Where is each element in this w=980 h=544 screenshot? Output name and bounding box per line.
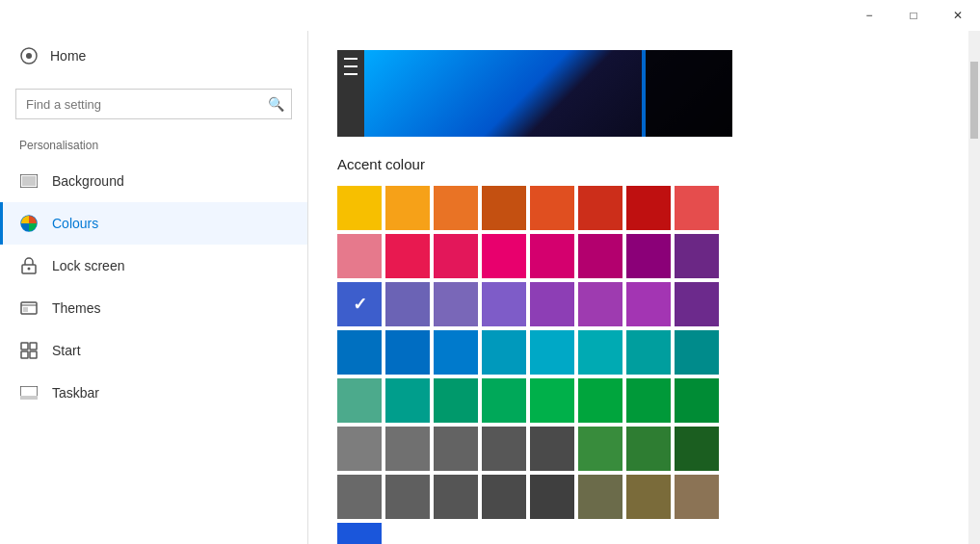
taskbar-line-1 bbox=[344, 58, 358, 60]
colour-swatch-4-4[interactable] bbox=[530, 378, 574, 423]
colour-swatch-5-4[interactable] bbox=[530, 427, 574, 471]
colour-swatch-0-7[interactable] bbox=[675, 186, 719, 230]
colour-swatch-1-0[interactable] bbox=[337, 234, 382, 278]
minimize-button[interactable]: − bbox=[847, 0, 891, 31]
svg-rect-11 bbox=[30, 343, 37, 350]
sidebar-item-start[interactable]: Start bbox=[0, 329, 307, 372]
app-container: Home 🔍 Personalisation Background bbox=[0, 31, 980, 544]
colour-grid bbox=[337, 186, 940, 544]
sidebar-item-themes[interactable]: Themes bbox=[0, 287, 307, 329]
colour-swatch-5-7[interactable] bbox=[675, 427, 719, 471]
colour-swatch-4-0[interactable] bbox=[337, 378, 382, 423]
colour-swatch-6-5[interactable] bbox=[578, 475, 622, 519]
colour-row-2 bbox=[337, 282, 940, 326]
colour-row-1 bbox=[337, 234, 940, 278]
lock-screen-icon bbox=[19, 256, 39, 275]
colour-swatch-6-6[interactable] bbox=[626, 475, 671, 519]
svg-rect-3 bbox=[22, 176, 36, 186]
colour-swatch-3-4[interactable] bbox=[530, 330, 574, 375]
colour-swatch-5-1[interactable] bbox=[385, 427, 430, 471]
colour-swatch-3-5[interactable] bbox=[578, 330, 622, 375]
colour-swatch-5-2[interactable] bbox=[434, 427, 478, 471]
colour-swatch-6-0[interactable] bbox=[337, 475, 382, 519]
preview-accent-bar bbox=[642, 50, 646, 137]
colour-swatch-1-4[interactable] bbox=[530, 234, 574, 278]
colour-swatch-6-1[interactable] bbox=[385, 475, 430, 519]
colour-swatch-6-3[interactable] bbox=[482, 475, 526, 519]
colour-row-5 bbox=[337, 427, 940, 471]
home-icon bbox=[19, 46, 39, 65]
colour-swatch-3-3[interactable] bbox=[482, 330, 526, 375]
colour-swatch-2-6[interactable] bbox=[626, 282, 671, 326]
svg-point-1 bbox=[26, 53, 32, 59]
colour-swatch-1-5[interactable] bbox=[578, 234, 622, 278]
sidebar: Home 🔍 Personalisation Background bbox=[0, 31, 308, 544]
search-box: 🔍 bbox=[15, 89, 292, 119]
colour-swatch-3-7[interactable] bbox=[675, 330, 719, 375]
colour-swatch-4-3[interactable] bbox=[482, 378, 526, 423]
taskbar-line-3 bbox=[344, 73, 358, 75]
personalisation-label: Personalisation bbox=[0, 135, 307, 160]
maximize-button[interactable]: □ bbox=[891, 0, 936, 31]
themes-icon bbox=[19, 298, 39, 318]
colour-swatch-3-1[interactable] bbox=[385, 330, 430, 375]
colour-swatch-2-3[interactable] bbox=[482, 282, 526, 326]
colour-swatch-5-0[interactable] bbox=[337, 427, 382, 471]
colour-swatch-2-5[interactable] bbox=[578, 282, 622, 326]
colour-swatch-2-1[interactable] bbox=[385, 282, 430, 326]
search-input[interactable] bbox=[15, 89, 292, 119]
colour-swatch-3-2[interactable] bbox=[434, 330, 478, 375]
colour-swatch-4-7[interactable] bbox=[675, 378, 719, 423]
taskbar-line-2 bbox=[344, 65, 358, 67]
colour-swatch-4-1[interactable] bbox=[385, 378, 430, 423]
colour-row-3 bbox=[337, 330, 940, 375]
colour-swatch-0-5[interactable] bbox=[578, 186, 622, 230]
colour-row-8 bbox=[337, 523, 940, 544]
colour-swatch-6-4[interactable] bbox=[530, 475, 574, 519]
taskbar-nav-label: Taskbar bbox=[52, 385, 99, 401]
svg-rect-9 bbox=[23, 307, 28, 312]
sidebar-home-item[interactable]: Home bbox=[0, 31, 307, 81]
colour-swatch-4-6[interactable] bbox=[626, 378, 671, 423]
colour-swatch-0-3[interactable] bbox=[482, 186, 526, 230]
scrollbar-track[interactable] bbox=[968, 31, 980, 544]
colour-row-4 bbox=[337, 378, 940, 423]
colour-swatch-5-3[interactable] bbox=[482, 427, 526, 471]
colour-swatch-2-2[interactable] bbox=[434, 282, 478, 326]
lock-screen-nav-label: Lock screen bbox=[52, 258, 124, 273]
colour-swatch-3-6[interactable] bbox=[626, 330, 671, 375]
colour-swatch-1-2[interactable] bbox=[434, 234, 478, 278]
colour-swatch-0-1[interactable] bbox=[385, 186, 430, 230]
search-icon: 🔍 bbox=[268, 96, 284, 112]
title-bar-controls: − □ ✕ bbox=[847, 0, 980, 31]
colour-swatch-8-0[interactable] bbox=[337, 523, 382, 544]
sidebar-item-colours[interactable]: Colours bbox=[0, 202, 307, 245]
colour-swatch-6-7[interactable] bbox=[675, 475, 719, 519]
colour-swatch-3-0[interactable] bbox=[337, 330, 382, 375]
colour-swatch-1-3[interactable] bbox=[482, 234, 526, 278]
colour-swatch-1-6[interactable] bbox=[626, 234, 671, 278]
preview-dark-area bbox=[646, 50, 732, 137]
colour-swatch-0-6[interactable] bbox=[626, 186, 671, 230]
colour-swatch-0-2[interactable] bbox=[434, 186, 478, 230]
colour-swatch-2-0[interactable] bbox=[337, 282, 382, 326]
colour-swatch-6-2[interactable] bbox=[434, 475, 478, 519]
colour-swatch-0-4[interactable] bbox=[530, 186, 574, 230]
colour-swatch-0-0[interactable] bbox=[337, 186, 382, 230]
colour-swatch-2-7[interactable] bbox=[675, 282, 719, 326]
preview-image bbox=[337, 50, 732, 137]
colour-row-0 bbox=[337, 186, 940, 230]
svg-rect-13 bbox=[30, 351, 37, 358]
sidebar-item-lock-screen[interactable]: Lock screen bbox=[0, 245, 307, 287]
colour-swatch-5-5[interactable] bbox=[578, 427, 622, 471]
colour-swatch-1-7[interactable] bbox=[675, 234, 719, 278]
colour-swatch-1-1[interactable] bbox=[385, 234, 430, 278]
colour-swatch-2-4[interactable] bbox=[530, 282, 574, 326]
sidebar-item-taskbar[interactable]: Taskbar bbox=[0, 372, 307, 414]
colour-swatch-5-6[interactable] bbox=[626, 427, 671, 471]
scrollbar-thumb[interactable] bbox=[970, 62, 978, 139]
colour-swatch-4-5[interactable] bbox=[578, 378, 622, 423]
colour-swatch-4-2[interactable] bbox=[434, 378, 478, 423]
close-button[interactable]: ✕ bbox=[936, 0, 980, 31]
sidebar-item-background[interactable]: Background bbox=[0, 160, 307, 202]
